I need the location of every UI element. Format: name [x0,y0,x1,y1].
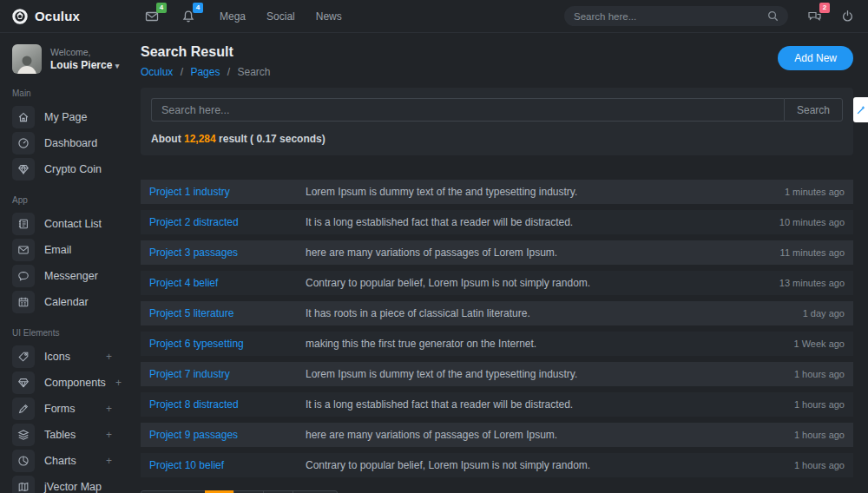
result-desc: Contrary to popular belief, Lorem Ipsum … [306,277,779,289]
breadcrumb-pages[interactable]: Pages [190,66,220,78]
sidebar-section-ui-elements: UI Elements [12,328,126,338]
sidebar-section-main: Main [12,89,126,98]
sidebar-item-contact-list[interactable]: Contact List [12,213,126,235]
brand-logo[interactable]: Oculux [0,9,126,24]
topbar-tools: 2 [788,10,868,23]
expand-icon[interactable]: + [106,455,112,467]
chevron-down-icon: ▾ [115,62,120,70]
bell-badge: 4 [193,3,203,13]
result-link[interactable]: Project 1 industry [149,186,306,198]
mail-badge: 4 [156,3,167,13]
home-icon [12,106,35,128]
power-icon[interactable] [841,10,854,23]
breadcrumb: Oculux / Pages / Search [141,66,270,78]
sidebar-item-forms[interactable]: Forms + [12,398,126,420]
result-row: Project 6 typesetting making this the fi… [141,332,853,356]
expand-icon[interactable]: + [106,403,112,415]
expand-icon[interactable]: + [106,351,112,363]
sidebar-item-icons[interactable]: Icons + [12,345,126,368]
bell-icon[interactable]: 4 [181,10,195,23]
envelope-icon [12,239,35,261]
result-time: 11 minutes ago [780,247,845,258]
result-row: Project 4 belief Contrary to popular bel… [141,271,853,295]
nav-link-mega[interactable]: Mega [220,10,246,23]
avatar [12,44,42,74]
result-time: 10 minutes ago [779,217,845,227]
sidebar-item-crypto-coin[interactable]: Crypto Coin [12,158,126,181]
mail-icon[interactable]: 4 [145,10,159,23]
result-link[interactable]: Project 4 belief [149,277,306,289]
sidebar-item-email[interactable]: Email [12,239,126,261]
chat-bubble-icon [12,265,35,287]
pencil-icon [12,398,35,420]
result-row: Project 10 belief Contrary to popular be… [141,453,853,477]
sidebar-item-dashboard[interactable]: Dashboard [12,132,126,154]
speedometer-icon [12,132,35,154]
topbar-search-input[interactable] [574,11,767,22]
search-icon[interactable] [767,10,779,22]
gem-icon [12,371,35,394]
result-time: 1 hours ago [794,430,845,440]
result-time: 1 hours ago [794,399,845,410]
breadcrumb-oculux[interactable]: Oculux [141,66,173,78]
result-desc: It is a long established fact that a rea… [306,216,779,228]
add-new-button[interactable]: Add New [778,46,853,70]
result-row: Project 9 passages here are many variati… [141,423,853,447]
sidebar-item-charts[interactable]: Charts + [12,450,126,472]
result-desc: It has roots in a piece of classical Lat… [306,307,803,319]
result-time: 1 minutes ago [785,187,845,197]
calendar-icon [12,291,35,313]
result-desc: Lorem Ipsum is dummy text of the and typ… [306,186,785,198]
topbar-links: Mega Social News [220,10,342,23]
result-link[interactable]: Project 7 industry [149,368,306,380]
result-desc: Contrary to popular belief, Lorem Ipsum … [306,459,794,471]
result-time: 1 day ago [803,308,845,319]
user-name: Louis Pierce [50,59,112,71]
layers-icon [12,424,35,446]
brand-name: Oculux [35,9,80,23]
result-link[interactable]: Project 6 typesetting [149,338,306,350]
search-button[interactable]: Search [784,98,843,122]
result-link[interactable]: Project 5 literature [149,307,306,319]
nav-link-news[interactable]: News [316,10,342,23]
expand-icon[interactable]: + [115,377,122,389]
breadcrumb-separator: / [227,66,230,78]
main-content: Search Result Oculux / Pages / Search Ad… [126,33,868,493]
sidebar-item-my-page[interactable]: My Page [12,106,126,128]
chat-icon[interactable]: 2 [807,10,822,23]
user-menu[interactable]: Welcome, Louis Pierce ▾ [12,44,126,74]
result-desc: making this the first true generator on … [306,338,793,350]
sidebar-item-calendar[interactable]: Calendar [12,291,126,313]
result-summary: About 12,284 result ( 0.17 seconds) [151,133,843,145]
result-link[interactable]: Project 9 passages [149,429,306,441]
sidebar-section-app: App [12,195,126,205]
result-time: 1 hours ago [794,460,845,470]
expand-icon[interactable]: + [106,429,112,441]
page-title: Search Result [141,44,270,60]
result-row: Project 7 industry Lorem Ipsum is dummy … [141,362,853,386]
result-row: Project 3 passages here are many variati… [141,240,853,265]
address-book-icon [12,213,35,235]
result-link[interactable]: Project 10 belief [149,459,306,471]
theme-settings-tab[interactable] [853,97,868,122]
result-row: Project 1 industry Lorem Ipsum is dummy … [141,180,853,204]
result-row: Project 8 distracted It is a long establ… [141,392,853,417]
result-link[interactable]: Project 3 passages [149,246,306,259]
result-desc: here are many variations of passages of … [306,429,794,441]
map-icon [12,476,35,493]
sidebar: Welcome, Louis Pierce ▾ Main My Page Das… [0,34,126,493]
result-link[interactable]: Project 8 distracted [149,398,306,411]
sidebar-item-jvector-map[interactable]: jVector Map [12,476,126,493]
search-card: Search About 12,284 result ( 0.17 second… [141,88,853,155]
search-input[interactable] [151,98,784,122]
user-greeting: Welcome, [50,47,119,57]
result-desc: It is a long established fact that a rea… [306,398,794,411]
nav-link-social[interactable]: Social [266,10,295,23]
chat-badge: 2 [819,3,830,13]
sidebar-item-tables[interactable]: Tables + [12,424,126,446]
result-row: Project 5 literature It has roots in a p… [141,301,853,325]
diamond-icon [12,158,35,181]
sidebar-item-components[interactable]: Components + [12,371,126,394]
result-link[interactable]: Project 2 distracted [149,216,306,228]
sidebar-item-messenger[interactable]: Messenger [12,265,126,287]
